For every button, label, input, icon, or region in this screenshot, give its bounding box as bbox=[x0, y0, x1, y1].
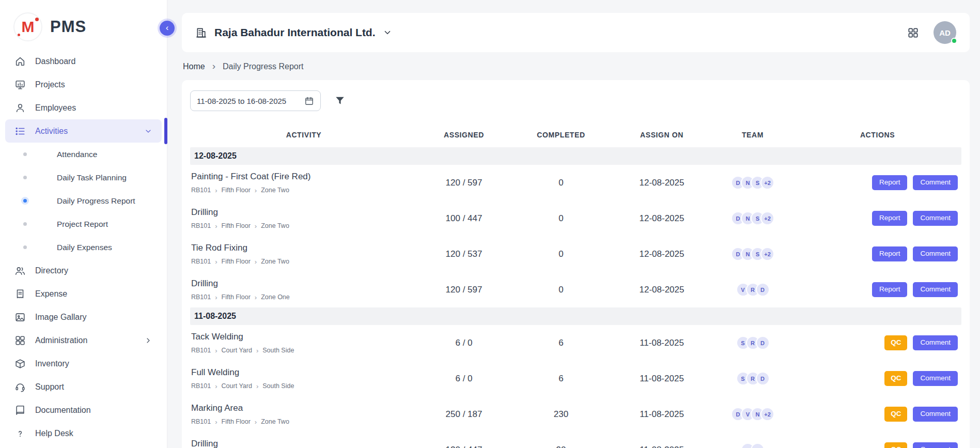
content-card: 11-08-2025 to 16-08-2025 ACTIVITY ASSIGN… bbox=[182, 80, 970, 448]
path-segment: RB101 bbox=[191, 418, 211, 425]
sidebar-subitem-daily-task-planning[interactable]: Daily Task Planning bbox=[0, 166, 167, 189]
path-segment: Fifth Floor bbox=[222, 222, 251, 229]
report-button[interactable]: Report bbox=[872, 211, 908, 226]
table-header: ACTIVITY ASSIGNED COMPLETED ASSIGN ON TE… bbox=[190, 122, 961, 147]
comment-button[interactable]: Comment bbox=[913, 246, 958, 261]
comment-button[interactable]: Comment bbox=[913, 211, 958, 226]
sidebar-subitem-daily-expenses[interactable]: Daily Expenses bbox=[0, 236, 167, 259]
comment-button[interactable]: Comment bbox=[913, 335, 958, 350]
activity-row: Marking Area RB101›Fifth Floor›Zone Two … bbox=[190, 396, 961, 432]
sidebar-item-projects[interactable]: Projects bbox=[5, 73, 162, 96]
chevron-right-icon: › bbox=[256, 347, 258, 354]
gallery-icon bbox=[14, 312, 26, 323]
team-extra-count[interactable]: +2 bbox=[760, 247, 774, 261]
team-extra-count[interactable]: +2 bbox=[760, 176, 774, 190]
comment-button[interactable]: Comment bbox=[913, 371, 958, 386]
user-avatar[interactable]: AD bbox=[934, 21, 956, 44]
date-group-header: 12-08-2025 bbox=[190, 147, 961, 165]
sidebar-subitem-project-report[interactable]: Project Report bbox=[0, 212, 167, 236]
activities-icon bbox=[14, 126, 26, 137]
assign-on-value: 12-08-2025 bbox=[612, 178, 712, 188]
activity-path: RB101›Fifth Floor›Zone Two bbox=[191, 418, 417, 425]
report-button[interactable]: Report bbox=[872, 246, 908, 261]
sidebar-item-label: Employees bbox=[35, 103, 76, 113]
table-body: 12-08-2025 Painting - First Coat (Fire R… bbox=[190, 147, 961, 448]
row-actions: QCComment bbox=[794, 335, 961, 350]
column-header-assign-on: ASSIGN ON bbox=[612, 131, 712, 139]
completed-value: 0 bbox=[510, 213, 612, 224]
activity-row: Full Welding RB101›Court Yard›South Side… bbox=[190, 361, 961, 396]
sidebar-nav: DashboardProjectsEmployeesActivitiesAtte… bbox=[0, 49, 167, 445]
bullet-icon bbox=[23, 152, 27, 156]
chevron-right-icon: › bbox=[255, 294, 257, 301]
apps-grid-icon[interactable] bbox=[907, 27, 919, 39]
sidebar-item-label: Administration bbox=[35, 336, 87, 345]
activity-path: RB101›Fifth Floor›Zone Two bbox=[191, 187, 417, 194]
completed-value: 6 bbox=[510, 374, 612, 384]
sidebar-item-expense[interactable]: Expense bbox=[5, 282, 162, 305]
assign-on-value: 12-08-2025 bbox=[612, 285, 712, 295]
report-button[interactable]: Report bbox=[872, 175, 908, 190]
column-header-assigned: ASSIGNED bbox=[417, 131, 510, 139]
online-status-dot bbox=[951, 38, 957, 44]
team-extra-count[interactable]: +2 bbox=[760, 211, 774, 225]
sidebar-subitem-daily-progress-report[interactable]: Daily Progress Report bbox=[0, 189, 167, 212]
sidebar-subitem-label: Daily Expenses bbox=[57, 243, 112, 252]
qc-button[interactable]: QC bbox=[884, 407, 907, 422]
topbar-right: AD bbox=[907, 21, 956, 44]
path-segment: Fifth Floor bbox=[222, 418, 251, 425]
comment-button[interactable]: Comment bbox=[913, 175, 958, 190]
activity-title: Drilling bbox=[191, 439, 417, 448]
comment-button[interactable]: Comment bbox=[913, 442, 958, 448]
sidebar-item-support[interactable]: Support bbox=[5, 375, 162, 398]
chevron-right-icon: › bbox=[215, 383, 217, 390]
qc-button[interactable]: QC bbox=[884, 335, 907, 350]
sidebar-subitem-label: Daily Progress Report bbox=[57, 196, 135, 206]
path-segment: Zone One bbox=[261, 293, 290, 301]
sidebar-item-directory[interactable]: Directory bbox=[5, 259, 162, 282]
administration-icon bbox=[14, 335, 26, 346]
activity-cell: Tie Rod Fixing RB101›Fifth Floor›Zone Tw… bbox=[190, 243, 417, 265]
column-header-team: TEAM bbox=[712, 131, 794, 139]
chevron-right-icon: › bbox=[255, 419, 257, 425]
home-icon bbox=[14, 56, 26, 67]
sidebar-item-administration[interactable]: Administration bbox=[5, 329, 162, 352]
activity-title: Painting - First Coat (Fire Red) bbox=[191, 172, 417, 182]
assign-on-value: 11-08-2025 bbox=[612, 374, 712, 384]
path-segment: RB101 bbox=[191, 222, 211, 229]
activity-row: Tie Rod Fixing RB101›Fifth Floor›Zone Tw… bbox=[190, 236, 961, 272]
sidebar-item-dashboard[interactable]: Dashboard bbox=[5, 50, 162, 73]
assigned-value: 6 / 0 bbox=[417, 374, 510, 384]
breadcrumb-home[interactable]: Home bbox=[183, 62, 205, 71]
sidebar-item-help-desk[interactable]: Help Desk bbox=[5, 422, 162, 445]
qc-button[interactable]: QC bbox=[884, 442, 907, 448]
completed-value: 6 bbox=[510, 338, 612, 348]
sidebar-item-activities[interactable]: Activities bbox=[5, 119, 162, 143]
team-extra-count[interactable]: +2 bbox=[760, 407, 774, 421]
sidebar-item-label: Projects bbox=[35, 80, 65, 89]
activity-path: RB101›Fifth Floor›Zone Two bbox=[191, 258, 417, 265]
breadcrumb: Home › Daily Progress Report bbox=[182, 52, 970, 80]
employees-icon bbox=[14, 102, 26, 114]
sidebar-item-label: Dashboard bbox=[35, 57, 75, 66]
company-name: Raja Bahadur International Ltd. bbox=[214, 26, 376, 39]
path-segment: Zone Two bbox=[261, 222, 289, 229]
sidebar-subitem-attendance[interactable]: Attendance bbox=[0, 143, 167, 166]
comment-button[interactable]: Comment bbox=[913, 407, 958, 422]
comment-button[interactable]: Comment bbox=[913, 282, 958, 297]
sidebar-item-inventory[interactable]: Inventory bbox=[5, 352, 162, 375]
filter-funnel-icon[interactable] bbox=[334, 95, 346, 106]
sidebar-item-label: Image Gallary bbox=[35, 313, 87, 322]
sidebar-item-employees[interactable]: Employees bbox=[5, 96, 162, 119]
report-button[interactable]: Report bbox=[872, 282, 908, 297]
sidebar-item-image-gallary[interactable]: Image Gallary bbox=[5, 305, 162, 329]
date-range-input[interactable]: 11-08-2025 to 16-08-2025 bbox=[190, 90, 321, 111]
activity-row: Drilling RB101›Fifth Floor›Zone Two 120 … bbox=[190, 432, 961, 448]
company-selector[interactable]: Raja Bahadur International Ltd. bbox=[195, 26, 392, 39]
qc-button[interactable]: QC bbox=[884, 371, 907, 386]
column-header-completed: COMPLETED bbox=[510, 131, 612, 139]
chevron-right-icon bbox=[144, 336, 152, 345]
sidebar-collapse-button[interactable]: ‹ bbox=[160, 21, 175, 36]
sidebar-item-documentation[interactable]: Documentation bbox=[5, 398, 162, 422]
row-actions: ReportComment bbox=[794, 211, 961, 226]
